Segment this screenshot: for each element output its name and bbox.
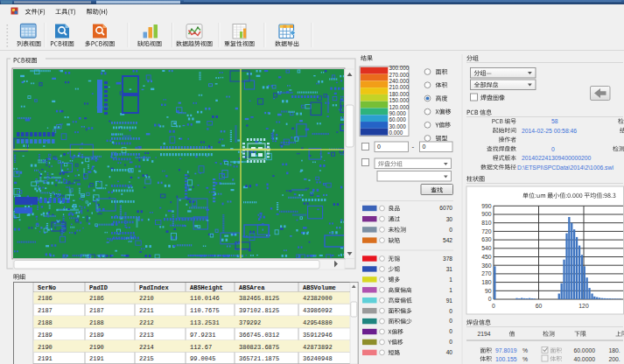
svg-text:300.000: 300.000 xyxy=(389,65,410,71)
svg-text:2211: 2211 xyxy=(139,307,154,314)
svg-text:240.000: 240.000 xyxy=(389,78,410,84)
svg-text:40: 40 xyxy=(446,349,453,355)
svg-text:ABSHeight: ABSHeight xyxy=(190,284,223,291)
svg-text:58: 58 xyxy=(551,118,558,124)
svg-text:91: 91 xyxy=(446,298,453,304)
svg-text:ABSArea: ABSArea xyxy=(239,284,265,291)
svg-text:97.9231: 97.9231 xyxy=(190,332,215,339)
svg-text:97.8019: 97.8019 xyxy=(495,347,517,354)
svg-text:270.000: 270.000 xyxy=(389,72,410,78)
svg-text:0: 0 xyxy=(449,318,452,324)
svg-text:0: 0 xyxy=(449,339,452,345)
svg-text:99.0045: 99.0045 xyxy=(190,355,215,362)
svg-text:113.2531: 113.2531 xyxy=(190,319,220,326)
svg-text:397102.8125: 397102.8125 xyxy=(239,307,279,314)
svg-text:2188: 2188 xyxy=(38,319,53,326)
svg-text:40.0000: 40.0000 xyxy=(573,356,595,362)
svg-text:0: 0 xyxy=(492,303,495,309)
svg-text:60: 60 xyxy=(536,303,543,309)
svg-text:2190: 2190 xyxy=(89,344,104,351)
svg-text:31: 31 xyxy=(446,266,453,272)
svg-text:2190: 2190 xyxy=(38,344,53,351)
svg-text:2014-02-25 00:58:46: 2014-02-25 00:58:46 xyxy=(522,128,577,134)
svg-text:0.000: 0.000 xyxy=(389,130,403,136)
svg-text:720: 720 xyxy=(481,228,492,234)
svg-text:630: 630 xyxy=(481,236,492,242)
svg-text:0: 0 xyxy=(449,328,452,334)
svg-text:810: 810 xyxy=(481,220,492,226)
svg-text:0: 0 xyxy=(449,227,452,233)
svg-text:2187: 2187 xyxy=(89,307,104,314)
svg-text:450: 450 xyxy=(481,254,492,260)
svg-text:360: 360 xyxy=(481,262,492,269)
svg-text:110.0146: 110.0146 xyxy=(190,295,220,302)
svg-text:380823.6875: 380823.6875 xyxy=(239,344,279,351)
svg-text:180: 180 xyxy=(481,279,492,285)
svg-text:378: 378 xyxy=(443,256,452,262)
svg-text:365721.1875: 365721.1875 xyxy=(239,355,279,362)
svg-text:2215: 2215 xyxy=(139,355,154,362)
svg-text:379292: 379292 xyxy=(239,319,261,326)
svg-text:120: 120 xyxy=(578,303,589,309)
svg-text:1: 1 xyxy=(449,287,452,293)
svg-text:2186: 2186 xyxy=(89,295,104,302)
svg-text:35912946: 35912946 xyxy=(303,332,333,339)
svg-text:100.155: 100.155 xyxy=(495,356,517,362)
svg-text:120.000: 120.000 xyxy=(389,104,410,110)
svg-text:2213: 2213 xyxy=(139,332,154,339)
svg-text:PadID: PadID xyxy=(89,284,108,291)
svg-text:112.67: 112.67 xyxy=(190,344,212,351)
svg-text:0: 0 xyxy=(488,296,492,302)
svg-text:D:\ETSPI\SPCData\2014\2\1006.s: D:\ETSPI\SPCData\2014\2\1006.swl xyxy=(517,164,613,171)
svg-text:270: 270 xyxy=(481,270,492,276)
svg-text:900: 900 xyxy=(481,211,492,217)
svg-text:2188: 2188 xyxy=(89,319,104,326)
svg-text:%: % xyxy=(522,347,528,354)
svg-text:42382000: 42382000 xyxy=(303,295,333,302)
svg-text:2212: 2212 xyxy=(139,319,154,326)
svg-text:990: 990 xyxy=(481,203,492,209)
svg-text:60.0000: 60.0000 xyxy=(573,347,595,354)
svg-text:2186: 2186 xyxy=(38,295,53,302)
svg-text:2194: 2194 xyxy=(477,331,490,337)
svg-text:200.: 200. xyxy=(609,356,620,362)
svg-text:0: 0 xyxy=(423,144,426,150)
svg-text:0: 0 xyxy=(377,144,381,150)
svg-text:-: - xyxy=(412,143,415,150)
svg-text:2191: 2191 xyxy=(89,355,104,362)
svg-text:42873892: 42873892 xyxy=(303,344,333,351)
svg-text:366745.0312: 366745.0312 xyxy=(239,332,279,339)
svg-text:2187: 2187 xyxy=(38,307,53,314)
svg-text:90.000: 90.000 xyxy=(389,110,407,116)
svg-text:30.000: 30.000 xyxy=(389,123,407,130)
svg-text:150.000: 150.000 xyxy=(389,97,410,103)
svg-text:60.000: 60.000 xyxy=(389,116,407,122)
svg-text:2189: 2189 xyxy=(38,332,53,339)
svg-text:2189: 2189 xyxy=(89,332,104,339)
svg-text:SerNo: SerNo xyxy=(38,284,56,291)
svg-text:6070: 6070 xyxy=(439,205,452,211)
svg-text:42954880: 42954880 xyxy=(303,319,333,326)
svg-text:30: 30 xyxy=(446,216,453,222)
svg-text:%: % xyxy=(522,356,528,362)
svg-text:2210: 2210 xyxy=(139,295,154,302)
svg-text:540: 540 xyxy=(481,245,492,251)
svg-text:43986092: 43986092 xyxy=(303,307,333,314)
svg-text:201402241309400000200: 201402241309400000200 xyxy=(522,155,592,161)
svg-text:110.7675: 110.7675 xyxy=(190,307,220,314)
svg-text:0: 0 xyxy=(551,146,555,152)
svg-text:90: 90 xyxy=(485,288,492,294)
svg-text:180.: 180. xyxy=(609,347,620,354)
svg-text:542: 542 xyxy=(443,237,452,243)
svg-text:382465.8125: 382465.8125 xyxy=(239,295,279,302)
svg-text:PadIndex: PadIndex xyxy=(139,284,169,291)
svg-text:0: 0 xyxy=(449,308,452,314)
svg-text:36240948: 36240948 xyxy=(303,355,333,362)
svg-text:210.000: 210.000 xyxy=(389,84,410,90)
svg-text:2214: 2214 xyxy=(139,344,154,351)
svg-text:1: 1 xyxy=(449,276,452,283)
svg-text:180.000: 180.000 xyxy=(389,91,410,97)
svg-text:2191: 2191 xyxy=(38,355,53,362)
svg-text:ABSVolume: ABSVolume xyxy=(303,284,336,291)
